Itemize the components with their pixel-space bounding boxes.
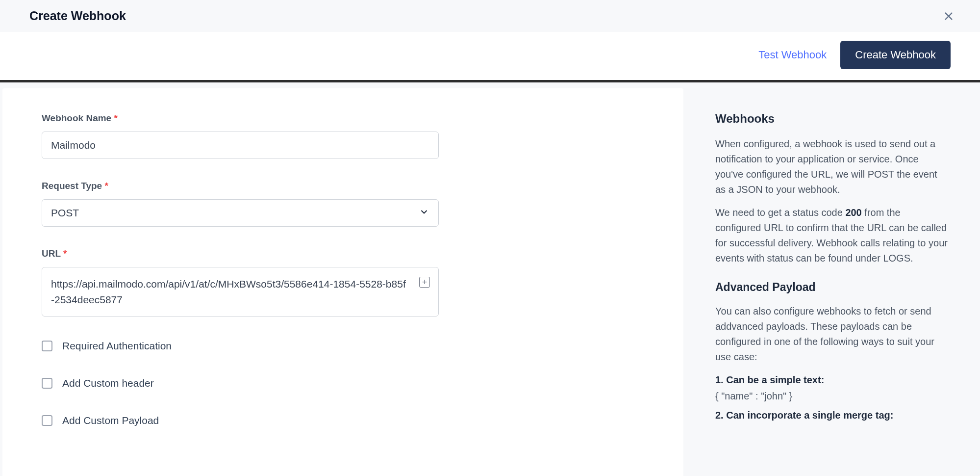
webhook-name-input[interactable] (42, 132, 439, 159)
request-type-group: Request Type * POST (42, 181, 683, 227)
modal-header: Create Webhook (0, 0, 980, 32)
webhooks-description-2: We need to get a status code 200 from th… (715, 205, 948, 266)
advanced-payload-description: You can also configure webhooks to fetch… (715, 304, 948, 365)
webhook-name-label: Webhook Name * (42, 113, 683, 124)
required-star: * (114, 113, 117, 123)
create-webhook-button[interactable]: Create Webhook (840, 41, 951, 69)
custom-header-checkbox[interactable] (42, 378, 52, 389)
custom-payload-label: Add Custom Payload (62, 415, 159, 426)
webhook-name-group: Webhook Name * (42, 113, 683, 159)
url-input[interactable] (42, 267, 439, 317)
required-star: * (63, 248, 67, 259)
required-star: * (104, 181, 108, 191)
required-auth-checkbox[interactable] (42, 341, 52, 351)
webhooks-description-1: When configured, a webhook is used to se… (715, 136, 948, 197)
plus-icon[interactable]: + (419, 277, 430, 288)
form-panel: Webhook Name * Request Type * POST URL * (2, 88, 683, 476)
url-group: URL * + (42, 248, 683, 318)
request-type-label: Request Type * (42, 181, 683, 191)
close-icon[interactable] (942, 9, 955, 23)
required-auth-label: Required Authentication (62, 340, 172, 352)
webhooks-title: Webhooks (715, 112, 948, 126)
request-type-select[interactable]: POST (42, 199, 439, 227)
side-panel: Webhooks When configured, a webhook is u… (686, 88, 975, 476)
required-auth-row: Required Authentication (42, 340, 683, 352)
page-title: Create Webhook (29, 9, 126, 23)
payload-item-1-body: { "name" : "john" } (715, 389, 948, 404)
url-input-wrap: + (42, 267, 439, 318)
body-container: Webhook Name * Request Type * POST URL * (0, 82, 980, 476)
custom-header-row: Add Custom header (42, 377, 683, 389)
payload-item-2-header: 2. Can incorporate a single merge tag: (715, 408, 948, 423)
test-webhook-link[interactable]: Test Webhook (758, 49, 827, 61)
advanced-payload-title: Advanced Payload (715, 281, 948, 294)
custom-header-label: Add Custom header (62, 377, 154, 389)
request-type-select-wrap[interactable]: POST (42, 199, 439, 227)
custom-payload-row: Add Custom Payload (42, 415, 683, 426)
url-label: URL * (42, 248, 683, 259)
action-bar: Test Webhook Create Webhook (0, 32, 980, 82)
custom-payload-checkbox[interactable] (42, 415, 52, 426)
payload-item-1-header: 1. Can be a simple text: (715, 372, 948, 388)
